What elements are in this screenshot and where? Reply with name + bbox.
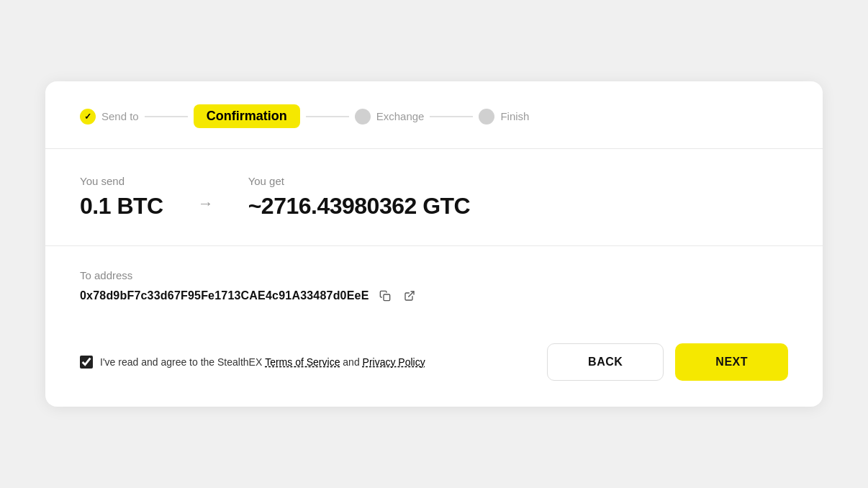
- progress-bar: ✓ Send to Confirmation Exchange Finish: [45, 81, 823, 149]
- terms-and: and: [340, 356, 362, 368]
- step-send-to-icon: ✓: [80, 109, 96, 125]
- send-block: You send 0.1 BTC: [80, 175, 163, 220]
- step-confirmation: Confirmation: [194, 104, 300, 128]
- exchange-arrow-icon: →: [198, 181, 214, 213]
- connector-3: [430, 116, 473, 117]
- terms-row: I've read and agree to the StealthEX Ter…: [80, 354, 425, 370]
- step-exchange-icon: [355, 109, 371, 125]
- button-group: BACK NEXT: [547, 343, 788, 381]
- step-finish-label: Finish: [500, 110, 529, 122]
- step-exchange-label: Exchange: [376, 110, 425, 122]
- receive-label: You get: [248, 175, 471, 187]
- terms-text: I've read and agree to the StealthEX Ter…: [100, 354, 425, 370]
- connector-1: [145, 116, 188, 117]
- step-send-to: ✓ Send to: [80, 109, 139, 125]
- send-label: You send: [80, 175, 163, 187]
- step-finish: Finish: [479, 109, 529, 125]
- step-send-to-label: Send to: [101, 110, 139, 122]
- receive-amount: ~2716.43980362 GTC: [248, 193, 471, 220]
- step-confirmation-badge: Confirmation: [194, 104, 300, 128]
- next-button[interactable]: NEXT: [675, 343, 788, 381]
- send-amount: 0.1 BTC: [80, 193, 163, 220]
- address-row: 0x78d9bF7c33d67F95Fe1713CAE4c91A33487d0E…: [80, 289, 788, 303]
- copy-address-button[interactable]: [376, 289, 394, 303]
- terms-of-service-link[interactable]: Terms of Service: [265, 356, 340, 368]
- terms-checkbox[interactable]: [80, 356, 93, 369]
- back-button[interactable]: BACK: [547, 343, 664, 381]
- external-link-icon: [404, 290, 415, 302]
- check-icon: ✓: [84, 112, 91, 122]
- privacy-policy-link[interactable]: Privacy Policy: [363, 356, 425, 368]
- connector-2: [306, 116, 349, 117]
- footer-section: I've read and agree to the StealthEX Ter…: [45, 332, 823, 407]
- address-label: To address: [80, 269, 788, 281]
- svg-line-1: [408, 292, 413, 297]
- copy-icon: [379, 290, 391, 302]
- open-external-button[interactable]: [401, 289, 418, 303]
- step-exchange: Exchange: [355, 109, 425, 125]
- address-value: 0x78d9bF7c33d67F95Fe1713CAE4c91A33487d0E…: [80, 289, 369, 302]
- svg-rect-0: [384, 294, 390, 301]
- address-section: To address 0x78d9bF7c33d67F95Fe1713CAE4c…: [45, 246, 823, 332]
- terms-prefix: I've read and agree to the StealthEX: [100, 356, 265, 368]
- step-finish-icon: [479, 109, 494, 125]
- receive-block: You get ~2716.43980362 GTC: [248, 175, 471, 220]
- confirmation-card: ✓ Send to Confirmation Exchange Finish Y…: [45, 81, 823, 407]
- exchange-section: You send 0.1 BTC → You get ~2716.4398036…: [45, 149, 823, 246]
